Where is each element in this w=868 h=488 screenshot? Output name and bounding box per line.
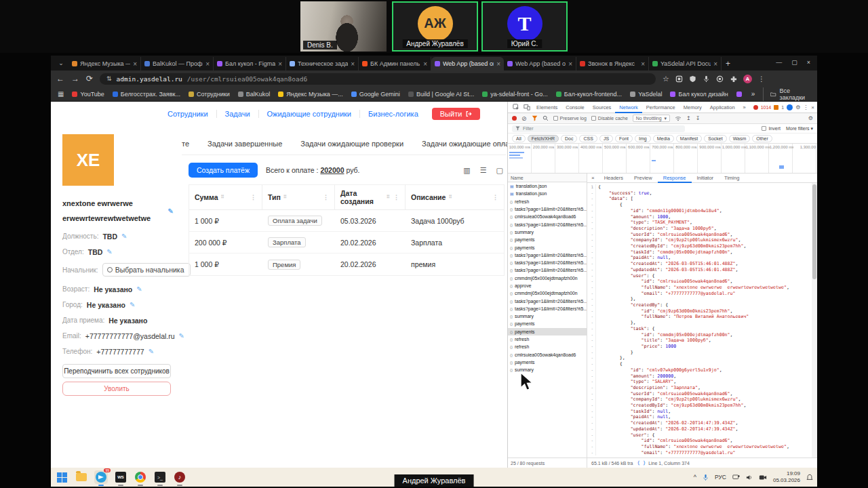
line-gutter[interactable]: -: [587, 444, 596, 450]
line-gutter[interactable]: -: [587, 326, 596, 332]
subtab[interactable]: Задачи ожидающие проверки: [300, 140, 403, 148]
filter-chip[interactable]: Socket: [704, 135, 726, 142]
drag-handle-icon[interactable]: ⠿: [448, 195, 452, 200]
line-gutter[interactable]: -: [587, 190, 596, 197]
fire-button[interactable]: Уволить: [62, 382, 171, 396]
line-gutter[interactable]: -: [587, 391, 596, 397]
drag-handle-icon[interactable]: ⠿: [387, 195, 391, 200]
start-button[interactable]: [55, 470, 68, 484]
column-menu-icon[interactable]: ⋮: [492, 194, 498, 201]
line-gutter[interactable]: -: [587, 450, 596, 456]
field-value[interactable]: Не указано: [87, 301, 125, 309]
logout-button[interactable]: Выйти: [432, 108, 481, 120]
apps-grid-icon[interactable]: ▦: [58, 90, 64, 98]
line-gutter[interactable]: -: [587, 396, 596, 403]
filter-chip[interactable]: Media: [653, 135, 674, 142]
column-menu-icon[interactable]: ⋮: [393, 194, 399, 201]
density-icon[interactable]: ☰: [480, 166, 487, 175]
line-gutter[interactable]: -: [587, 291, 596, 297]
request-row[interactable]: approve: [508, 282, 587, 289]
column-menu-icon[interactable]: ⋮: [323, 194, 329, 201]
devtools-tab[interactable]: Elements: [532, 102, 561, 113]
tab-group-icon[interactable]: [675, 75, 683, 83]
request-row[interactable]: refresh: [508, 336, 587, 343]
preserve-log-checkbox[interactable]: Preserve log: [553, 116, 587, 121]
record-network-icon[interactable]: [512, 116, 517, 121]
field-value[interactable]: Не указано: [108, 317, 147, 325]
line-gutter[interactable]: 1: [587, 184, 596, 190]
more-filters-button[interactable]: More filters ▾: [786, 126, 813, 131]
notifications-bell-icon[interactable]: [806, 474, 813, 481]
line-gutter[interactable]: -: [587, 320, 596, 326]
close-request-details-icon[interactable]: ×: [587, 175, 599, 181]
devtools-menu-icon[interactable]: ⋮: [803, 104, 808, 110]
chrome-button[interactable]: [134, 470, 147, 484]
line-gutter[interactable]: -: [587, 350, 596, 356]
close-button[interactable]: ×: [807, 59, 810, 66]
disable-cache-checkbox[interactable]: Disable cache: [591, 116, 628, 121]
webstorm-button[interactable]: WS: [114, 470, 127, 484]
clear-network-icon[interactable]: ⊘: [521, 115, 527, 122]
format-json-icon[interactable]: { }: [637, 460, 646, 466]
file-explorer-button[interactable]: [75, 470, 88, 484]
site-settings-icon[interactable]: ⇅: [106, 75, 112, 82]
response-tab[interactable]: Timing: [719, 174, 745, 183]
subtabs-more-icon[interactable]: ···: [498, 140, 505, 148]
bookmark-item[interactable]: YouTube: [72, 91, 104, 98]
sync-profile-icon[interactable]: [787, 104, 793, 110]
line-gutter[interactable]: -: [587, 226, 596, 232]
line-gutter[interactable]: -: [587, 361, 596, 367]
filter-chip[interactable]: CSS: [579, 135, 597, 142]
inspect-element-icon[interactable]: [513, 104, 519, 110]
line-gutter[interactable]: -: [587, 237, 596, 243]
import-har-icon[interactable]: ↥: [686, 115, 691, 121]
request-row[interactable]: tasks?page=1&limit=20&filters%5...: [508, 220, 587, 228]
participant-video-yuri[interactable]: T Юрий С.: [481, 1, 568, 52]
bookmark-star-icon[interactable]: ☆: [663, 75, 669, 83]
table-row[interactable]: 1 000 ₽ Премия 20.02.2026 премия: [189, 253, 504, 275]
filter-chip[interactable]: All: [512, 135, 526, 142]
subtab[interactable]: те: [182, 140, 189, 148]
nav-business-logic[interactable]: Бизнес-логика: [360, 110, 427, 118]
field-value[interactable]: Не указано: [94, 285, 132, 293]
browser-tab[interactable]: Web App (based on ×: [504, 57, 576, 70]
network-overview-timeline[interactable]: 100,000 ms200,000 ms300,000 ms400,000 ms…: [508, 144, 817, 174]
filter-chip[interactable]: Manifest: [676, 135, 702, 142]
line-gutter[interactable]: -: [587, 279, 596, 285]
browser-tab[interactable]: BalKukol — Профиль ×: [141, 57, 214, 70]
throttling-select[interactable]: No throttling▾: [633, 115, 670, 122]
error-count[interactable]: 1014: [761, 105, 772, 110]
request-row[interactable]: refresh: [508, 343, 587, 350]
bookmark-item[interactable]: Яндекс Музыка —...: [278, 91, 343, 98]
request-row[interactable]: tasks?page=1&limit=20&filters%5...: [508, 251, 587, 259]
line-gutter[interactable]: -: [587, 379, 596, 385]
field-value[interactable]: +77777777777: [96, 348, 144, 356]
line-gutter[interactable]: -: [587, 249, 596, 256]
line-gutter[interactable]: -: [587, 344, 596, 350]
bookmark-item[interactable]: YaSdelal: [630, 91, 662, 98]
address-bar[interactable]: ⇅ admin.yasdelal.ru/user/cmlrsuiea005owa…: [100, 73, 656, 85]
tab-search-button[interactable]: ⌄: [55, 57, 67, 69]
camera-tray-icon[interactable]: [759, 474, 767, 481]
line-gutter[interactable]: -: [587, 420, 596, 426]
tab-close-icon[interactable]: ×: [496, 60, 500, 68]
line-gutter[interactable]: -: [587, 338, 596, 344]
back-button[interactable]: ←: [56, 74, 64, 83]
filter-chip[interactable]: JS: [599, 135, 613, 142]
line-gutter[interactable]: -: [587, 243, 596, 249]
tab-close-icon[interactable]: ×: [133, 60, 137, 68]
filter-chip[interactable]: Font: [615, 135, 633, 142]
drag-handle-icon[interactable]: ⠿: [221, 195, 225, 200]
line-gutter[interactable]: -: [587, 214, 596, 220]
browser-tab[interactable]: Web App (based on ×: [431, 57, 504, 70]
bookmark-item[interactable]: Сотрудники: [189, 91, 230, 98]
line-gutter[interactable]: -: [587, 296, 596, 302]
forward-button[interactable]: →: [71, 74, 79, 83]
request-row[interactable]: tasks?page=1&limit=20&filters%5...: [508, 205, 587, 213]
tab-close-icon[interactable]: ×: [423, 60, 427, 68]
line-gutter[interactable]: -: [587, 267, 596, 273]
maximize-button[interactable]: ▢: [791, 59, 797, 66]
request-row[interactable]: summary: [508, 228, 587, 236]
browser-tab[interactable]: YaSdelal API Docume ×: [649, 57, 722, 70]
network-filter-input[interactable]: Filter: [512, 125, 685, 132]
